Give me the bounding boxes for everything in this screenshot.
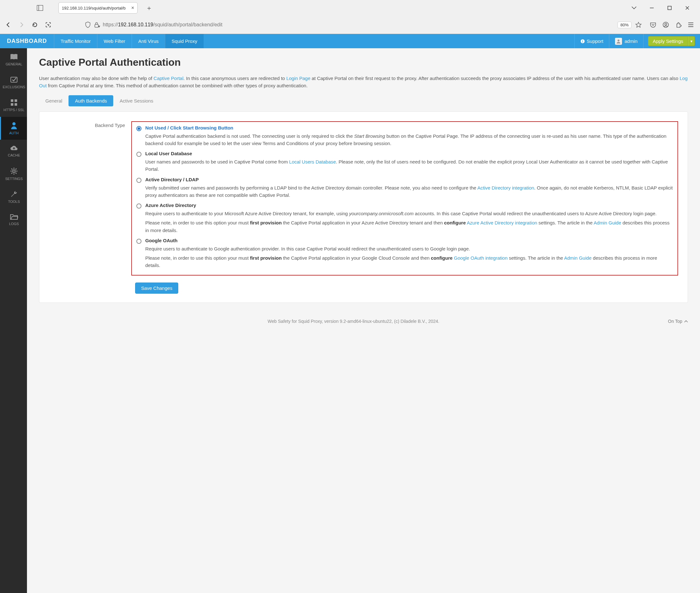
tab-sidebar-button[interactable] xyxy=(34,2,46,14)
apply-settings-button[interactable]: Apply Settings xyxy=(648,36,688,46)
link-login-page[interactable]: Login Page xyxy=(287,76,310,81)
brand-logo[interactable]: DASHBOARD xyxy=(0,34,54,48)
address-bar[interactable]: https://192.168.10.119/squid/auth/portal… xyxy=(83,19,644,31)
support-label: Support xyxy=(587,38,604,44)
browser-tab[interactable]: 192.168.10.119/squid/auth/portal/b × xyxy=(58,2,138,14)
zoom-level-badge[interactable]: 80% xyxy=(617,22,631,28)
support-link[interactable]: i Support xyxy=(574,34,610,48)
svg-rect-14 xyxy=(11,100,13,102)
sidebar-item-logs[interactable]: LOGS xyxy=(0,208,27,231)
topnav-web-filter[interactable]: Web Filter xyxy=(97,34,132,48)
svg-rect-0 xyxy=(37,5,43,11)
window-minimize-button[interactable] xyxy=(648,6,656,10)
address-url: https://192.168.10.119/squid/auth/portal… xyxy=(103,22,615,28)
avatar-icon xyxy=(615,38,622,45)
link-admin-guide-google[interactable]: Admin Guide xyxy=(564,255,592,261)
account-icon[interactable] xyxy=(663,22,669,28)
nav-screenshot-button[interactable] xyxy=(44,21,52,29)
tab-close-icon[interactable]: × xyxy=(131,5,134,11)
svg-point-19 xyxy=(13,170,15,172)
footer-text: Web Safety for Squid Proxy, version 9.2-… xyxy=(39,319,668,324)
shield-icon[interactable] xyxy=(85,22,91,28)
topnav-anti-virus[interactable]: Anti Virus xyxy=(132,34,165,48)
tab-list-button[interactable] xyxy=(630,6,638,10)
tab-general[interactable]: General xyxy=(39,95,69,106)
radio-description: Require users to authenticate to Google … xyxy=(145,245,673,252)
radio-description: Captive Portal authentication backend is… xyxy=(145,132,673,147)
browser-tab-row: 192.168.10.119/squid/auth/portal/b × ＋ xyxy=(0,0,700,16)
radio-title: Google OAuth xyxy=(145,238,673,243)
link-captive-portal[interactable]: Captive Portal xyxy=(154,76,183,81)
browser-nav-row: https://192.168.10.119/squid/auth/portal… xyxy=(0,16,700,34)
svg-rect-17 xyxy=(14,103,17,106)
folder-icon xyxy=(10,214,18,220)
sidebar-item-exclusions[interactable]: EXCLUSIONS xyxy=(0,71,27,94)
topnav-squid-proxy[interactable]: Squid Proxy xyxy=(165,34,204,48)
svg-point-12 xyxy=(617,39,619,41)
radio-description: Verify submitted user names and password… xyxy=(145,184,673,199)
svg-point-18 xyxy=(12,122,15,125)
new-tab-button[interactable]: ＋ xyxy=(143,2,155,14)
link-local-users-db[interactable]: Local Users Database xyxy=(289,159,336,164)
window-close-button[interactable] xyxy=(684,6,691,10)
cloud-icon xyxy=(10,145,18,151)
link-ad-integration[interactable]: Active Directory integration xyxy=(477,185,534,191)
radio-indicator xyxy=(136,178,141,183)
radio-indicator xyxy=(136,203,141,208)
main-content: Captive Portal Authentication User authe… xyxy=(27,48,700,593)
svg-line-26 xyxy=(11,173,12,174)
browser-tab-title: 192.168.10.119/squid/auth/portal/b xyxy=(62,6,126,10)
radio-ad-ldap[interactable]: Active Directory / LDAP Verify submitted… xyxy=(136,177,673,199)
on-top-button[interactable]: On Top xyxy=(668,319,688,324)
svg-point-5 xyxy=(663,22,669,28)
radio-description: Require users to authenticate to your Mi… xyxy=(145,210,673,217)
nav-back-button[interactable] xyxy=(4,21,12,29)
gear-icon xyxy=(10,167,18,175)
topnav-traffic-monitor[interactable]: Traffic Monitor xyxy=(54,34,97,48)
extensions-icon[interactable] xyxy=(675,22,682,28)
nav-forward-button[interactable] xyxy=(18,21,26,29)
backend-type-options: Not Used / Click Start Browsing Button C… xyxy=(131,121,678,276)
link-google-integration[interactable]: Google OAuth integration xyxy=(454,255,508,261)
radio-title: Not Used / Click Start Browsing Button xyxy=(145,125,673,130)
info-icon: i xyxy=(580,39,585,43)
radio-title: Local User Database xyxy=(145,151,673,156)
svg-rect-3 xyxy=(668,6,671,10)
nav-reload-button[interactable] xyxy=(31,21,39,29)
tab-active-sessions[interactable]: Active Sessions xyxy=(113,95,160,106)
svg-rect-15 xyxy=(14,100,17,102)
pocket-icon[interactable] xyxy=(650,22,656,28)
svg-line-24 xyxy=(11,168,12,169)
page-title: Captive Portal Authentication xyxy=(39,56,688,68)
radio-not-used[interactable]: Not Used / Click Start Browsing Button C… xyxy=(136,125,673,147)
chevron-up-icon xyxy=(684,320,688,322)
save-changes-button[interactable]: Save Changes xyxy=(135,282,178,294)
check-icon xyxy=(10,76,18,83)
content-tabs: General Auth Backends Active Sessions xyxy=(39,95,688,106)
window-maximize-button[interactable] xyxy=(666,6,673,10)
lock-warning-icon[interactable] xyxy=(94,22,100,28)
bookmark-star-icon[interactable] xyxy=(635,22,642,28)
link-azure-integration[interactable]: Azure Active Directory integration xyxy=(467,220,537,225)
radio-local-user-db[interactable]: Local User Database User names and passw… xyxy=(136,151,673,173)
sidebar-item-general[interactable]: GENERAL xyxy=(0,48,27,71)
tab-auth-backends[interactable]: Auth Backends xyxy=(69,95,113,106)
wrench-icon xyxy=(10,190,18,198)
sidebar-item-tools[interactable]: TOOLS xyxy=(0,185,27,208)
user-menu[interactable]: admin xyxy=(609,34,644,48)
sidebar-item-https-ssl[interactable]: HTTPS / SSL xyxy=(0,94,27,117)
sidebar-item-settings[interactable]: SETTINGS xyxy=(0,162,27,185)
radio-azure-ad[interactable]: Azure Active Directory Require users to … xyxy=(136,202,673,234)
radio-description-2: Please note, in order to use this option… xyxy=(145,254,673,269)
page-intro: User authentication may also be done wit… xyxy=(39,75,688,89)
radio-google-oauth[interactable]: Google OAuth Require users to authentica… xyxy=(136,238,673,269)
sidebar-item-auth[interactable]: AUTH xyxy=(0,117,27,140)
link-admin-guide-azure[interactable]: Admin Guide xyxy=(594,220,621,225)
apply-settings-caret[interactable]: ▼ xyxy=(688,36,695,46)
user-icon xyxy=(10,122,17,129)
app-topbar: DASHBOARD Traffic Monitor Web Filter Ant… xyxy=(0,34,700,48)
app-menu-icon[interactable] xyxy=(688,22,694,27)
sidebar-item-cache[interactable]: CACHE xyxy=(0,140,27,162)
page-footer: Web Safety for Squid Proxy, version 9.2-… xyxy=(39,319,688,324)
settings-card: Backend Type Not Used / Click Start Brow… xyxy=(39,111,688,303)
